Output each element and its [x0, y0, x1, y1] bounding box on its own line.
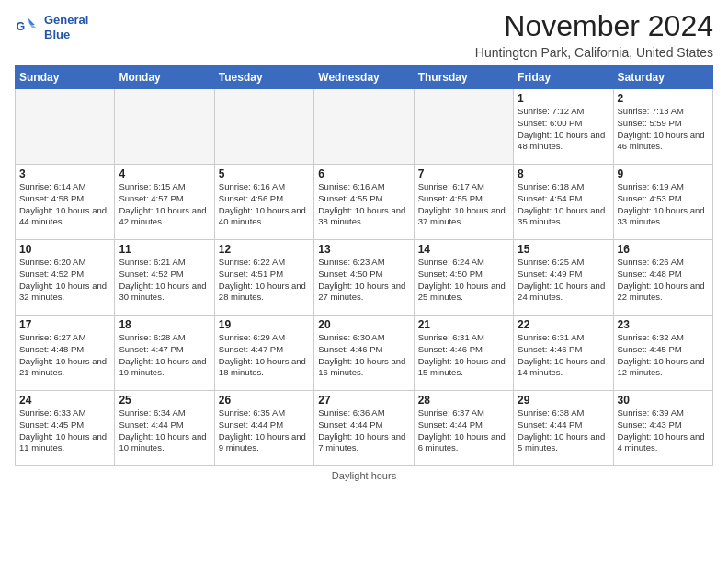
calendar-cell: 6Sunrise: 6:16 AM Sunset: 4:55 PM Daylig…	[314, 165, 414, 240]
day-info: Sunrise: 6:26 AM Sunset: 4:48 PM Dayligh…	[618, 257, 709, 304]
day-number: 8	[518, 167, 609, 180]
day-number: 5	[219, 167, 310, 180]
logo: G General Blue	[15, 13, 88, 41]
day-info: Sunrise: 6:30 AM Sunset: 4:46 PM Dayligh…	[318, 332, 409, 379]
calendar-cell: 29Sunrise: 6:38 AM Sunset: 4:44 PM Dayli…	[514, 391, 613, 466]
day-info: Sunrise: 6:24 AM Sunset: 4:50 PM Dayligh…	[418, 257, 509, 304]
calendar-week-1: 3Sunrise: 6:14 AM Sunset: 4:58 PM Daylig…	[16, 165, 713, 240]
calendar-cell: 27Sunrise: 6:36 AM Sunset: 4:44 PM Dayli…	[314, 391, 414, 466]
day-info: Sunrise: 6:16 AM Sunset: 4:55 PM Dayligh…	[318, 181, 409, 228]
col-saturday: Saturday	[613, 66, 712, 89]
day-info: Sunrise: 6:39 AM Sunset: 4:43 PM Dayligh…	[618, 408, 709, 454]
day-info: Sunrise: 6:21 AM Sunset: 4:52 PM Dayligh…	[119, 257, 210, 304]
day-number: 22	[518, 318, 609, 331]
day-info: Sunrise: 6:35 AM Sunset: 4:44 PM Dayligh…	[219, 408, 310, 454]
col-thursday: Thursday	[414, 66, 513, 89]
day-info: Sunrise: 6:14 AM Sunset: 4:58 PM Dayligh…	[19, 181, 110, 228]
day-number: 13	[318, 243, 409, 256]
day-info: Sunrise: 6:29 AM Sunset: 4:47 PM Dayligh…	[219, 332, 310, 379]
main-container: G General Blue November 2024 Huntington …	[0, 0, 728, 487]
day-info: Sunrise: 6:27 AM Sunset: 4:48 PM Dayligh…	[19, 332, 110, 379]
day-number: 30	[618, 394, 709, 407]
footer-note: Daylight hours	[15, 470, 713, 481]
calendar-cell: 15Sunrise: 6:25 AM Sunset: 4:49 PM Dayli…	[514, 240, 613, 316]
col-tuesday: Tuesday	[214, 66, 313, 89]
day-number: 3	[19, 167, 110, 180]
day-info: Sunrise: 6:37 AM Sunset: 4:44 PM Dayligh…	[418, 408, 509, 454]
calendar-cell	[115, 89, 214, 165]
calendar-week-2: 10Sunrise: 6:20 AM Sunset: 4:52 PM Dayli…	[16, 240, 713, 316]
day-number: 17	[19, 318, 110, 331]
calendar-cell: 19Sunrise: 6:29 AM Sunset: 4:47 PM Dayli…	[214, 316, 313, 391]
calendar-cell: 20Sunrise: 6:30 AM Sunset: 4:46 PM Dayli…	[314, 316, 414, 391]
calendar-cell: 12Sunrise: 6:22 AM Sunset: 4:51 PM Dayli…	[214, 240, 313, 316]
logo-text-block: General Blue	[44, 13, 88, 41]
day-info: Sunrise: 6:16 AM Sunset: 4:56 PM Dayligh…	[219, 181, 310, 228]
logo-icon: G	[15, 15, 40, 40]
calendar-cell	[314, 89, 414, 165]
calendar-cell: 14Sunrise: 6:24 AM Sunset: 4:50 PM Dayli…	[414, 240, 513, 316]
day-info: Sunrise: 6:32 AM Sunset: 4:45 PM Dayligh…	[618, 332, 709, 379]
day-number: 10	[19, 243, 110, 256]
calendar-cell: 18Sunrise: 6:28 AM Sunset: 4:47 PM Dayli…	[115, 316, 214, 391]
day-info: Sunrise: 6:19 AM Sunset: 4:53 PM Dayligh…	[618, 181, 709, 228]
calendar-week-3: 17Sunrise: 6:27 AM Sunset: 4:48 PM Dayli…	[16, 316, 713, 391]
calendar-cell	[16, 89, 115, 165]
calendar-cell: 11Sunrise: 6:21 AM Sunset: 4:52 PM Dayli…	[115, 240, 214, 316]
calendar-cell: 28Sunrise: 6:37 AM Sunset: 4:44 PM Dayli…	[414, 391, 513, 466]
day-info: Sunrise: 7:13 AM Sunset: 5:59 PM Dayligh…	[618, 106, 709, 153]
day-number: 19	[219, 318, 310, 331]
day-number: 9	[618, 167, 709, 180]
calendar-week-0: 1Sunrise: 7:12 AM Sunset: 6:00 PM Daylig…	[16, 89, 713, 165]
day-number: 4	[119, 167, 210, 180]
calendar-cell: 21Sunrise: 6:31 AM Sunset: 4:46 PM Dayli…	[414, 316, 513, 391]
day-number: 27	[318, 394, 409, 407]
logo-line1: General	[44, 13, 88, 28]
day-info: Sunrise: 6:31 AM Sunset: 4:46 PM Dayligh…	[418, 332, 509, 379]
calendar-cell: 24Sunrise: 6:33 AM Sunset: 4:45 PM Dayli…	[16, 391, 115, 466]
calendar-cell: 5Sunrise: 6:16 AM Sunset: 4:56 PM Daylig…	[214, 165, 313, 240]
calendar-cell: 22Sunrise: 6:31 AM Sunset: 4:46 PM Dayli…	[514, 316, 613, 391]
calendar-cell: 13Sunrise: 6:23 AM Sunset: 4:50 PM Dayli…	[314, 240, 414, 316]
day-info: Sunrise: 6:23 AM Sunset: 4:50 PM Dayligh…	[318, 257, 409, 304]
day-number: 28	[418, 394, 509, 407]
day-info: Sunrise: 6:25 AM Sunset: 4:49 PM Dayligh…	[518, 257, 609, 304]
day-info: Sunrise: 6:38 AM Sunset: 4:44 PM Dayligh…	[518, 408, 609, 454]
col-wednesday: Wednesday	[314, 66, 414, 89]
day-number: 16	[618, 243, 709, 256]
day-number: 14	[418, 243, 509, 256]
day-info: Sunrise: 6:33 AM Sunset: 4:45 PM Dayligh…	[19, 408, 110, 454]
day-info: Sunrise: 7:12 AM Sunset: 6:00 PM Dayligh…	[518, 106, 609, 153]
day-number: 18	[119, 318, 210, 331]
calendar-cell: 8Sunrise: 6:18 AM Sunset: 4:54 PM Daylig…	[514, 165, 613, 240]
calendar-cell	[214, 89, 313, 165]
title-block: November 2024 Huntington Park, Californi…	[475, 9, 713, 60]
location-subtitle: Huntington Park, California, United Stat…	[475, 45, 713, 60]
calendar-cell: 30Sunrise: 6:39 AM Sunset: 4:43 PM Dayli…	[613, 391, 712, 466]
month-title: November 2024	[475, 9, 713, 43]
calendar-table: Sunday Monday Tuesday Wednesday Thursday…	[15, 65, 713, 466]
calendar-cell: 3Sunrise: 6:14 AM Sunset: 4:58 PM Daylig…	[16, 165, 115, 240]
calendar-cell: 23Sunrise: 6:32 AM Sunset: 4:45 PM Dayli…	[613, 316, 712, 391]
svg-text:G: G	[17, 20, 26, 33]
day-info: Sunrise: 6:17 AM Sunset: 4:55 PM Dayligh…	[418, 181, 509, 228]
day-number: 29	[518, 394, 609, 407]
day-info: Sunrise: 6:15 AM Sunset: 4:57 PM Dayligh…	[119, 181, 210, 228]
calendar-cell: 26Sunrise: 6:35 AM Sunset: 4:44 PM Dayli…	[214, 391, 313, 466]
logo-line2: Blue	[44, 28, 88, 42]
day-info: Sunrise: 6:34 AM Sunset: 4:44 PM Dayligh…	[119, 408, 210, 454]
calendar-cell: 1Sunrise: 7:12 AM Sunset: 6:00 PM Daylig…	[514, 89, 613, 165]
calendar-week-4: 24Sunrise: 6:33 AM Sunset: 4:45 PM Dayli…	[16, 391, 713, 466]
header: G General Blue November 2024 Huntington …	[15, 9, 713, 60]
day-info: Sunrise: 6:36 AM Sunset: 4:44 PM Dayligh…	[318, 408, 409, 454]
day-number: 23	[618, 318, 709, 331]
calendar-cell: 7Sunrise: 6:17 AM Sunset: 4:55 PM Daylig…	[414, 165, 513, 240]
day-info: Sunrise: 6:18 AM Sunset: 4:54 PM Dayligh…	[518, 181, 609, 228]
day-number: 1	[518, 92, 609, 105]
calendar-cell: 17Sunrise: 6:27 AM Sunset: 4:48 PM Dayli…	[16, 316, 115, 391]
day-number: 7	[418, 167, 509, 180]
calendar-cell: 2Sunrise: 7:13 AM Sunset: 5:59 PM Daylig…	[613, 89, 712, 165]
calendar-cell: 16Sunrise: 6:26 AM Sunset: 4:48 PM Dayli…	[613, 240, 712, 316]
day-info: Sunrise: 6:28 AM Sunset: 4:47 PM Dayligh…	[119, 332, 210, 379]
day-info: Sunrise: 6:31 AM Sunset: 4:46 PM Dayligh…	[518, 332, 609, 379]
